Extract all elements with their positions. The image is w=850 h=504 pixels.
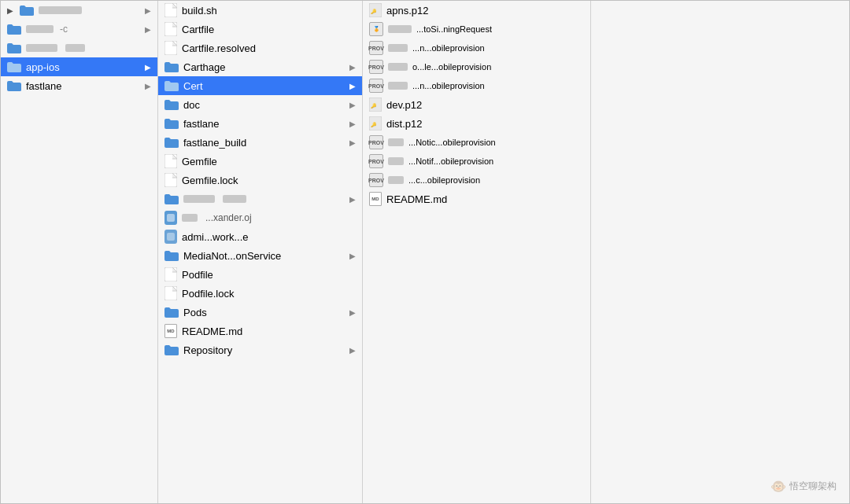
folder-icon xyxy=(7,42,21,53)
list-item[interactable]: MD README.md xyxy=(363,189,590,208)
item-label: Cartfile xyxy=(182,24,356,35)
blurred-name xyxy=(26,44,57,52)
sidebar-item-app-ios[interactable]: app-ios ▶ xyxy=(1,57,157,76)
folder-icon xyxy=(164,307,179,318)
watermark-text: 悟空聊架构 xyxy=(789,480,837,493)
list-item[interactable]: PROV ...c...obileprovision xyxy=(363,171,590,189)
item-label: MediaNot...onService xyxy=(183,250,345,262)
list-item[interactable]: PROV ...Notif...obileprovision xyxy=(363,152,590,171)
folder-icon xyxy=(164,193,179,204)
prov-icon: PROV xyxy=(369,41,383,55)
blurred-name xyxy=(26,25,54,33)
svg-rect-4 xyxy=(164,173,177,187)
folder-icon xyxy=(164,250,179,261)
column-2: build.sh Cartfile Cartfile.resolved xyxy=(158,1,363,503)
cert-icon: 🏅 xyxy=(369,22,383,36)
list-item[interactable] xyxy=(1,39,157,57)
list-item[interactable]: 🔑 dist.p12 xyxy=(363,114,590,133)
list-item[interactable]: Podfile xyxy=(158,265,362,284)
folder-icon xyxy=(164,80,179,91)
folder-icon xyxy=(7,61,21,72)
prov-icon: PROV xyxy=(369,173,383,187)
item-label: Cert xyxy=(183,80,345,92)
list-item[interactable]: Gemfile xyxy=(158,152,362,171)
item-label: admi...work...e xyxy=(182,231,356,243)
column-1: ▶ ▶ -c ▶ xyxy=(1,1,158,503)
item-label: Pods xyxy=(183,307,345,318)
folder-icon xyxy=(164,137,179,148)
item-label: o...le...obileprovision xyxy=(412,62,584,72)
item-label: fastlane xyxy=(26,80,140,92)
list-item[interactable]: -c ▶ xyxy=(1,20,157,39)
item-label: Podfile xyxy=(182,269,356,281)
svg-rect-1 xyxy=(164,22,177,36)
svg-rect-7 xyxy=(164,267,177,281)
svg-rect-3 xyxy=(164,154,177,168)
list-item[interactable]: fastlane_build ▶ xyxy=(158,133,362,152)
blurred-name xyxy=(388,138,404,146)
item-label: fastlane xyxy=(183,118,345,130)
list-item[interactable]: PROV ...n...obileprovision xyxy=(363,39,590,57)
list-item[interactable]: admi...work...e xyxy=(158,227,362,246)
blurred-name xyxy=(388,25,412,33)
list-item[interactable]: PROV ...n...obileprovision xyxy=(363,76,590,95)
item-label: dist.p12 xyxy=(386,118,584,130)
blurred-name-2 xyxy=(223,195,246,203)
list-item[interactable]: MD README.md xyxy=(158,322,362,340)
xcworkspace-icon xyxy=(164,230,177,244)
chevron-icon: ▶ xyxy=(349,252,356,260)
list-item[interactable]: Repository ▶ xyxy=(158,340,362,359)
chevron-icon: ▶ xyxy=(349,63,356,72)
list-item[interactable]: PROV o...le...obileprovision xyxy=(363,57,590,76)
item-label: Podfile.lock xyxy=(182,288,356,300)
p12-icon: 🔑 xyxy=(369,3,382,17)
list-item[interactable]: ...xander.oj xyxy=(158,208,362,227)
blurred-name-2 xyxy=(65,44,85,52)
list-item[interactable]: 🏅 ...toSi..ningRequest xyxy=(363,20,590,39)
file-icon xyxy=(164,22,177,36)
folder-icon xyxy=(7,80,21,91)
list-item[interactable]: 🔑 apns.p12 xyxy=(363,1,590,20)
chevron-icon: ▶ xyxy=(349,120,356,128)
file-icon xyxy=(164,154,177,168)
list-item[interactable]: Cartfile xyxy=(158,20,362,39)
item-label: Carthage xyxy=(183,61,345,73)
list-item[interactable]: ▶ ▶ xyxy=(1,1,157,20)
list-item[interactable]: doc ▶ xyxy=(158,95,362,114)
item-label: README.md xyxy=(386,193,584,205)
list-item[interactable]: build.sh xyxy=(158,1,362,20)
column-3: 🔑 apns.p12 🏅 ...toSi..ningRequest PROV .… xyxy=(363,1,591,503)
folder-icon xyxy=(164,99,179,110)
blurred-name xyxy=(39,6,82,14)
prov-icon: PROV xyxy=(369,154,383,168)
list-item[interactable]: Gemfile.lock xyxy=(158,171,362,189)
item-label: ...Notif...obileprovision xyxy=(408,156,584,166)
chevron-icon: ▶ xyxy=(349,195,356,204)
list-item[interactable]: fastlane ▶ xyxy=(158,114,362,133)
list-item-cert[interactable]: Cert ▶ xyxy=(158,76,362,95)
p12-icon: 🔑 xyxy=(369,97,382,112)
chevron-icon: ▶ xyxy=(349,308,356,317)
chevron-icon: ▶ xyxy=(145,6,151,15)
svg-rect-8 xyxy=(164,286,177,300)
item-label: fastlane_build xyxy=(183,137,345,149)
blurred-name xyxy=(388,44,408,52)
list-item[interactable]: 🔑 dev.p12 xyxy=(363,95,590,114)
folder-icon xyxy=(164,61,179,72)
list-item[interactable]: Cartfile.resolved xyxy=(158,39,362,57)
blurred-name xyxy=(388,157,404,165)
list-item[interactable]: ▶ xyxy=(158,189,362,208)
list-item[interactable]: Podfile.lock xyxy=(158,284,362,303)
list-item[interactable]: MediaNot...onService ▶ xyxy=(158,246,362,265)
svg-text:🔑: 🔑 xyxy=(371,122,377,128)
list-item[interactable]: fastlane ▶ xyxy=(1,76,157,95)
file-icon xyxy=(164,286,177,300)
svg-text:🔑: 🔑 xyxy=(371,9,377,15)
chevron-icon: ▶ xyxy=(145,25,151,34)
chevron-icon: ▶ xyxy=(349,346,356,355)
svg-rect-2 xyxy=(164,41,177,55)
item-label: build.sh xyxy=(182,5,356,17)
list-item-carthage[interactable]: Carthage ▶ xyxy=(158,57,362,76)
list-item[interactable]: PROV ...Notic...obileprovision xyxy=(363,133,590,152)
list-item[interactable]: Pods ▶ xyxy=(158,303,362,322)
